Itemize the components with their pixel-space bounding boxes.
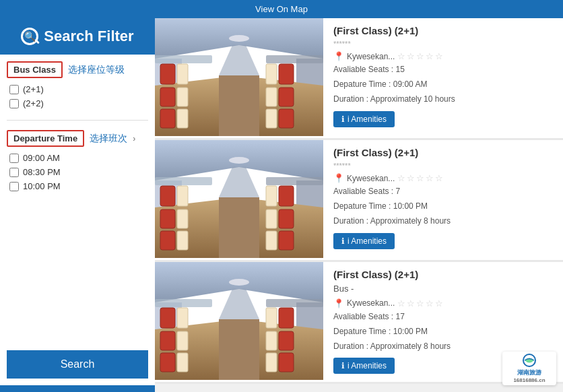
svg-rect-55 [279,308,294,328]
svg-rect-61 [266,299,323,307]
arrow-icon: › [133,134,135,143]
svg-rect-32 [177,231,188,250]
result-image-2 [155,140,323,260]
duration-2: Duration : Approximately 8 hours [333,215,553,228]
svg-rect-7 [177,64,188,84]
bus-interior-svg-3 [155,262,323,380]
divider-1 [7,120,148,121]
results-panel: (First Class) (2+1) ****** 📍 Kywesekan..… [155,18,563,392]
location-text-3: Kywesekan... [347,298,395,308]
result-subtitle-3: Bus - [333,282,553,296]
svg-rect-35 [266,209,277,228]
svg-point-62 [229,279,249,286]
result-image-3 [155,262,323,382]
amenities-label-1: i Amenities [347,115,387,124]
amenities-button-3[interactable]: ℹ i Amenities [333,358,395,374]
result-location-3: 📍 Kywesekan... ☆☆☆☆☆ [333,298,553,308]
departure-time-1: Depature Time : 09:00 AM [333,78,553,91]
svg-rect-34 [279,186,294,206]
svg-point-41 [229,157,249,164]
info-icon-1: ℹ [341,115,345,124]
svg-rect-59 [279,353,294,372]
bus-class-option-1[interactable]: (2+1) [7,82,148,96]
svg-rect-9 [177,88,188,106]
departure-checkbox-3[interactable] [9,182,19,191]
result-title-3: (First Class) (2+1) [333,269,553,280]
bus-class-checkbox-2[interactable] [9,99,19,108]
watermark-content: 湖南旅游 16816886.cn [502,352,556,385]
view-on-map-bar[interactable]: View On Map [0,0,563,18]
result-info-2: (First Class) (2+1) ****** 📍 Kywesekan..… [323,140,563,260]
result-location-1: 📍 Kywesekan... ☆☆☆☆☆ [333,51,553,61]
bus-interior-svg-2 [155,140,323,258]
svg-rect-54 [266,308,277,328]
svg-rect-56 [266,331,277,350]
search-filter-header: 🔍 Search Filter [0,18,155,55]
amenities-button-1[interactable]: ℹ i Amenities [333,111,395,127]
svg-rect-49 [177,308,188,328]
bus-class-option-2-label: (2+2) [23,98,44,108]
result-card-1: (First Class) (2+1) ****** 📍 Kywesekan..… [155,18,563,140]
bus-class-header: Bus Class 选择座位等级 [7,61,148,78]
departure-time-header: Departure Time 选择班次 › [7,130,148,147]
svg-rect-50 [160,331,175,350]
svg-rect-6 [160,64,175,84]
departure-option-2[interactable]: 08:30 PM [7,165,148,179]
bus-class-option-1-label: (2+1) [23,84,44,94]
sidebar: 🔍 Search Filter Bus Class 选择座位等级 (2+1) (… [0,18,155,392]
svg-rect-57 [279,331,294,350]
sidebar-content: Bus Class 选择座位等级 (2+1) (2+2) Departure T… [0,55,155,385]
svg-rect-29 [160,209,175,228]
svg-rect-14 [266,88,277,106]
departure-checkbox-1[interactable] [9,154,19,163]
departure-option-1-label: 09:00 AM [23,153,60,163]
departure-option-3-label: 10:00 PM [23,181,61,191]
amenities-label-2: i Amenities [347,236,387,246]
svg-rect-28 [177,186,188,206]
svg-marker-26 [219,167,259,197]
bus-class-checkbox-1[interactable] [9,85,19,94]
rating-stars-2: ☆☆☆☆☆ [397,173,443,183]
svg-rect-40 [266,177,323,185]
rating-stars-1: ☆☆☆☆☆ [397,51,443,61]
svg-rect-39 [155,177,212,185]
svg-rect-13 [279,64,294,84]
amenities-button-2[interactable]: ℹ i Amenities [333,233,395,249]
view-on-map-label: View On Map [255,4,308,14]
result-title-2: (First Class) (2+1) [333,147,553,158]
svg-rect-52 [160,353,175,372]
search-button[interactable]: Search [7,350,148,379]
departure-checkbox-2[interactable] [9,168,19,177]
svg-rect-37 [266,231,277,250]
duration-1: Duration : Approximately 10 hours [333,93,553,106]
available-seats-3: Avaliable Seats : 17 [333,311,553,323]
svg-rect-27 [160,186,175,206]
departure-option-1[interactable]: 09:00 AM [7,151,148,165]
bus-class-option-2[interactable]: (2+2) [7,96,148,110]
svg-rect-18 [155,55,212,63]
svg-rect-19 [266,55,323,63]
watermark-logo [519,354,539,367]
svg-rect-11 [177,109,188,128]
stars-2: ****** [333,162,553,170]
svg-rect-38 [279,231,294,250]
svg-rect-10 [160,109,175,128]
location-text-2: Kywesekan... [347,174,395,183]
bus-class-chinese: 选择座位等级 [68,64,125,76]
watermark: 湖南旅游 16816886.cn [502,352,556,385]
bus-class-label: Bus Class [7,61,63,78]
svg-rect-8 [160,88,175,106]
location-pin-3: 📍 [333,298,344,308]
departure-option-3[interactable]: 10:00 PM [7,179,148,193]
search-icon: 🔍 [21,28,38,45]
svg-rect-16 [266,109,277,128]
result-title-text-1: (First Class) (2+1) [333,25,418,36]
departure-time-2: Depature Time : 10:00 PM [333,200,553,213]
result-card-2: (First Class) (2+1) ****** 📍 Kywesekan..… [155,140,563,262]
svg-marker-47 [219,289,259,319]
svg-marker-4 [219,75,259,136]
svg-rect-58 [266,353,277,372]
svg-rect-51 [177,331,188,350]
bus-class-section: Bus Class 选择座位等级 (2+1) (2+2) [7,61,148,110]
svg-rect-33 [266,186,277,206]
